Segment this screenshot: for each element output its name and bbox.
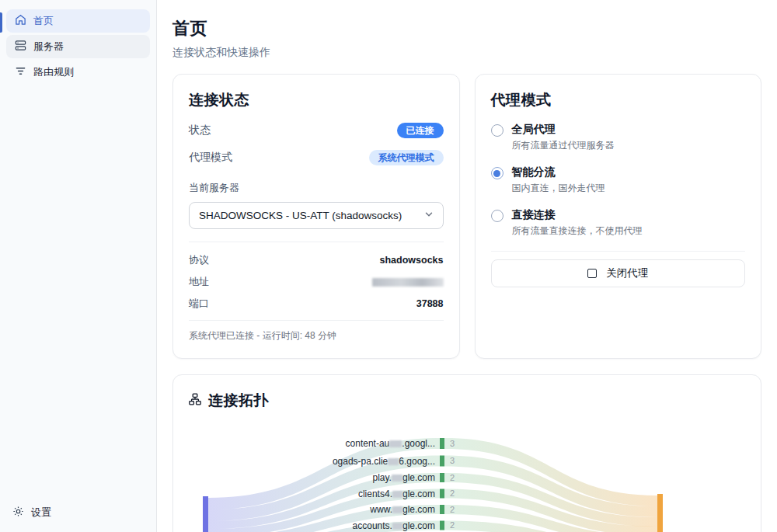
radio-icon	[491, 167, 503, 179]
chevron-down-icon	[424, 210, 434, 221]
sidebar-item-routing-rules[interactable]: 路由规则	[6, 61, 150, 84]
sankey-node-label: content-au.googl...	[173, 439, 435, 448]
proxy-mode-title: 代理模式	[491, 90, 746, 110]
settings-label: 设置	[31, 506, 51, 520]
active-item-indicator	[0, 12, 2, 33]
sidebar-item-label: 首页	[33, 14, 54, 28]
proxy-mode-card: 代理模式 全局代理 所有流量通过代理服务器 智能分流 国内直连，国外走代理 直接	[475, 74, 762, 359]
protocol-value: shadowsocks	[380, 255, 444, 266]
gear-icon	[12, 506, 24, 520]
uptime-status-text: 系统代理已连接 - 运行时间: 48 分钟	[189, 320, 444, 342]
sankey-node-value: 2	[450, 506, 455, 514]
stop-proxy-label: 关闭代理	[606, 266, 648, 280]
radio-option-global-proxy[interactable]: 全局代理 所有流量通过代理服务器	[491, 123, 746, 152]
connection-status-title: 连接状态	[189, 90, 444, 110]
connected-badge: 已连接	[397, 123, 444, 138]
radio-option-direct-connect[interactable]: 直接连接 所有流量直接连接，不使用代理	[491, 208, 746, 238]
proxy-mode-label: 代理模式	[189, 151, 232, 165]
divider	[491, 251, 746, 252]
radio-option-smart-split[interactable]: 智能分流 国内直连，国外走代理	[491, 165, 746, 195]
current-server-label: 当前服务器	[189, 181, 444, 195]
sankey-node-value: 3	[450, 457, 455, 465]
address-value-redacted	[372, 278, 444, 287]
page-title: 首页	[172, 17, 761, 40]
sidebar-item-home[interactable]: 首页	[6, 9, 150, 33]
sankey-node-label: accounts.gle.com	[173, 521, 435, 530]
radio-icon	[491, 124, 503, 137]
radio-icon	[491, 210, 503, 222]
status-label: 状态	[189, 123, 211, 137]
redacted-text	[392, 523, 402, 530]
server-icon	[15, 40, 26, 54]
server-select[interactable]: SHADOWSOCKS - US-ATT (shadowsocks)	[189, 202, 444, 229]
port-label: 端口	[189, 297, 209, 311]
option-label: 直接连接	[512, 208, 643, 222]
sankey-node-value: 3	[450, 440, 455, 448]
sankey-node-label: play.gle.com	[173, 473, 435, 482]
topology-icon	[189, 392, 201, 409]
home-icon	[15, 14, 26, 28]
sankey-node-value: 2	[450, 474, 455, 482]
sankey-node-label: www.gle.com	[173, 505, 435, 514]
redacted-text	[392, 491, 402, 498]
sankey-node-value: 2	[450, 521, 455, 530]
sankey-node-label: clients4.gle.com	[173, 489, 435, 499]
redacted-text	[389, 440, 402, 447]
sankey-diagram: content-au.googl...3ogads-pa.clie6.goog.…	[173, 419, 761, 532]
option-desc: 所有流量通过代理服务器	[512, 139, 615, 152]
sidebar-item-servers[interactable]: 服务器	[6, 35, 150, 58]
main-content: 首页 连接状态和快速操作 连接状态 状态 已连接 代理模式 系统代理模式 当前服…	[157, 0, 777, 532]
redacted-text	[392, 506, 402, 513]
option-label: 全局代理	[512, 123, 615, 137]
redacted-text	[392, 475, 402, 482]
stop-square-icon	[587, 269, 597, 278]
port-value: 37888	[416, 298, 444, 309]
system-proxy-mode-badge: 系统代理模式	[369, 150, 444, 165]
redacted-text	[388, 458, 399, 465]
sankey-node-label: ogads-pa.clie6.goog...	[173, 457, 435, 466]
server-select-value: SHADOWSOCKS - US-ATT (shadowsocks)	[199, 210, 402, 221]
connection-topology-card: 连接拓扑 content-au.googl...3ogads-pa.clie6.…	[172, 374, 761, 532]
option-desc: 国内直连，国外走代理	[512, 182, 605, 195]
address-label: 地址	[189, 275, 209, 289]
filter-icon	[15, 65, 26, 79]
stop-proxy-button[interactable]: 关闭代理	[491, 259, 746, 287]
sidebar: 首页 服务器 路由规则 设置	[0, 0, 157, 532]
sidebar-item-label: 路由规则	[33, 65, 74, 79]
protocol-label: 协议	[189, 253, 209, 267]
sankey-node-value: 2	[450, 489, 455, 498]
page-subtitle: 连接状态和快速操作	[172, 46, 761, 60]
sidebar-item-label: 服务器	[33, 40, 64, 54]
sidebar-item-settings[interactable]: 设置	[12, 506, 51, 520]
connection-status-card: 连接状态 状态 已连接 代理模式 系统代理模式 当前服务器 SHADOWSOCK…	[172, 74, 460, 359]
option-desc: 所有流量直接连接，不使用代理	[512, 224, 643, 238]
topology-title: 连接拓扑	[208, 391, 269, 411]
option-label: 智能分流	[512, 165, 605, 179]
